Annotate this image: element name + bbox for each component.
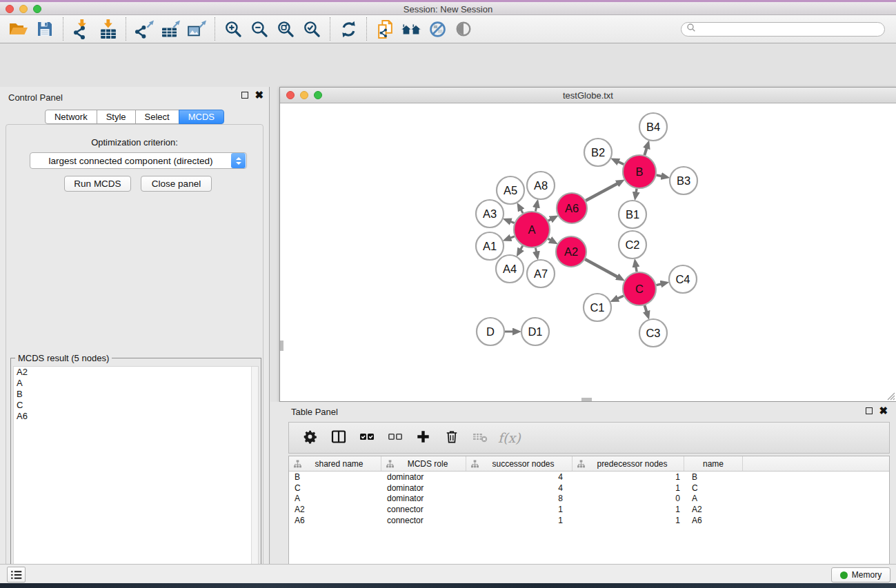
table-cell[interactable]: A6 (684, 516, 743, 525)
table-cell[interactable]: dominator (381, 483, 466, 493)
columns-button[interactable] (326, 426, 351, 449)
import-table-button[interactable] (94, 17, 121, 41)
homes-button[interactable] (398, 17, 424, 41)
column-header-MCDS-role[interactable]: MCDS role (381, 456, 466, 471)
table-cell[interactable]: B (684, 472, 743, 482)
mcds-result-item[interactable]: B (14, 389, 258, 400)
mcds-result-item[interactable]: A6 (14, 411, 258, 422)
tab-style[interactable]: Style (97, 110, 136, 124)
function-builder-button[interactable]: f(x) (498, 430, 521, 445)
trash-button[interactable] (439, 426, 464, 449)
table-cell[interactable]: 1 (573, 472, 684, 482)
node-C3[interactable]: C3 (639, 319, 667, 347)
table-cell[interactable]: A (684, 494, 743, 503)
mcds-result-item[interactable]: A (14, 378, 258, 389)
tab-mcds[interactable]: MCDS (179, 110, 224, 124)
edge-C-C4[interactable] (656, 284, 662, 285)
refresh-button[interactable] (335, 17, 361, 41)
deselect-all-button[interactable] (382, 426, 408, 449)
table-cell[interactable]: C (289, 483, 381, 493)
export-table-button[interactable] (157, 17, 183, 41)
edge-C-C3[interactable] (645, 305, 648, 314)
table-cell[interactable]: C (684, 483, 743, 493)
edge-A-A8[interactable] (535, 205, 537, 211)
edge-B-B4[interactable] (644, 147, 647, 155)
task-history-button[interactable] (7, 567, 26, 582)
save-button[interactable] (32, 17, 58, 41)
edge-B-B2[interactable] (617, 161, 624, 165)
horizontal-scrollbar-thumb[interactable] (581, 398, 592, 401)
zoom-out-button[interactable] (246, 17, 272, 41)
edge-A2-C[interactable] (585, 259, 619, 278)
table-row[interactable]: Adominator80A (289, 493, 889, 504)
node-A2[interactable]: A2 (556, 236, 586, 267)
table-cell[interactable]: 1 (466, 516, 573, 525)
table-row[interactable]: Cdominator41C (289, 483, 889, 494)
gear-button[interactable] (297, 426, 323, 449)
delete-table-button[interactable] (467, 426, 492, 449)
edge-A-A7[interactable] (535, 248, 537, 254)
edge-B-B3[interactable] (657, 175, 664, 176)
table-cell[interactable]: connector (381, 516, 466, 525)
column-header-predecessor-nodes[interactable]: predecessor nodes (573, 456, 684, 471)
close-panel-icon[interactable]: ✖ (255, 92, 263, 99)
table-cell[interactable]: 1 (573, 505, 684, 514)
table-cell[interactable]: 1 (573, 483, 684, 493)
table-row[interactable]: Bdominator41B (289, 472, 889, 483)
import-network-button[interactable] (68, 17, 94, 41)
export-image-button[interactable] (183, 17, 210, 41)
result-scrollbar[interactable] (251, 367, 258, 588)
edge-A-A6[interactable] (548, 219, 552, 221)
search-input[interactable] (699, 23, 884, 35)
close-panel-button[interactable]: Close panel (141, 176, 212, 192)
edge-A-A1[interactable] (509, 236, 515, 239)
table-cell[interactable]: 1 (466, 505, 573, 514)
zoom-in-button[interactable] (220, 17, 246, 41)
node-A3[interactable]: A3 (476, 200, 504, 227)
node-C[interactable]: C (623, 272, 656, 305)
table-cell[interactable]: A6 (289, 516, 381, 525)
edge-A6-B[interactable] (586, 183, 619, 201)
zoom-selected-button[interactable] (299, 17, 325, 41)
edge-C-C2[interactable] (636, 265, 637, 272)
node-A5[interactable]: A5 (497, 176, 524, 204)
node-C4[interactable]: C4 (669, 265, 697, 293)
node-A[interactable]: A (514, 212, 550, 247)
float-panel-icon[interactable] (241, 92, 248, 99)
hide-details-button[interactable] (424, 17, 450, 41)
search-box[interactable] (681, 22, 885, 37)
node-A1[interactable]: A1 (476, 232, 504, 260)
network-canvas[interactable]: B4B2BB3A8A5A6A3B1AC2A1A2A4A7C4CC1DD1C3 (280, 103, 896, 401)
edge-C-C1[interactable] (616, 296, 624, 299)
table-cell[interactable]: 0 (573, 494, 684, 503)
table-cell[interactable]: 8 (466, 494, 573, 503)
edge-A-A2[interactable] (548, 239, 552, 241)
table-row[interactable]: A2connector11A2 (289, 504, 889, 515)
table-row[interactable]: A6connector11A6 (289, 515, 889, 526)
node-A7[interactable]: A7 (527, 260, 555, 287)
column-header-successor-nodes[interactable]: successor nodes (466, 456, 573, 471)
table-cell[interactable]: dominator (381, 494, 466, 503)
table-cell[interactable]: 4 (466, 472, 573, 482)
table-cell[interactable]: A2 (684, 505, 743, 514)
node-C2[interactable]: C2 (619, 231, 646, 258)
resize-grip[interactable] (886, 392, 895, 401)
table-cell[interactable]: A2 (289, 505, 381, 514)
add-button[interactable] (410, 426, 436, 449)
table-float-icon[interactable] (866, 407, 873, 414)
table-cell[interactable]: connector (381, 505, 466, 514)
tab-select[interactable]: Select (135, 110, 179, 124)
column-header-name[interactable]: name (684, 456, 743, 471)
node-D[interactable]: D (477, 318, 504, 345)
node-A4[interactable]: A4 (496, 255, 524, 283)
network-window-titlebar[interactable]: testGlobe.txt (280, 88, 896, 103)
edge-A-A5[interactable] (520, 208, 523, 213)
select-all-button[interactable] (354, 426, 379, 449)
mcds-result-item[interactable]: C (14, 400, 258, 411)
table-cell[interactable]: A (289, 494, 381, 503)
run-mcds-button[interactable]: Run MCDS (64, 176, 131, 192)
edge-A-A4[interactable] (520, 246, 523, 251)
table-cell[interactable]: 1 (573, 516, 684, 525)
node-B1[interactable]: B1 (619, 201, 646, 228)
table-cell[interactable]: dominator (381, 472, 466, 482)
